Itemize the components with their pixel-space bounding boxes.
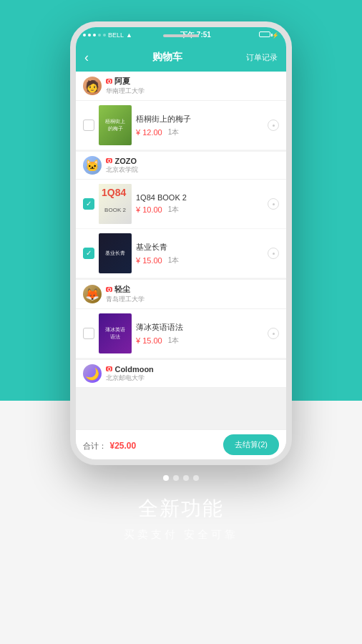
item-details-1: 梧桐街上的梅子 ¥ 12.00 1本	[136, 114, 263, 137]
seller-header-1: 🧑 Q 阿夏 华南理工大学	[76, 72, 286, 101]
seller-badge-4: Q	[106, 366, 112, 371]
item-qty-2: 1本	[168, 205, 180, 215]
item-title-2: 1Q84 BOOK 2	[136, 193, 263, 202]
avatar-face-1: 🧑	[85, 79, 99, 93]
cart-list: 🧑 Q 阿夏 华南理工大学	[76, 72, 286, 429]
wifi-icon: ▲	[126, 31, 132, 39]
cart-item-3: ✓ 基业长青 基业长青 ¥ 15.00 1本	[76, 229, 286, 278]
item-qty-1: 1本	[168, 127, 180, 137]
seller-group-4: 🌙 Q Coldmoon 北京邮电大学	[76, 360, 286, 388]
battery-icon	[259, 31, 270, 39]
item-action-2[interactable]	[268, 198, 279, 210]
item-action-dot-4	[273, 333, 275, 335]
avatar-face-3: 🦊	[85, 288, 99, 301]
seller-avatar-1: 🧑	[83, 77, 102, 95]
item-price-3: ¥ 15.00	[136, 256, 162, 265]
check-mark-3: ✓	[86, 250, 92, 257]
dot-4[interactable]	[193, 475, 199, 481]
checkbox-1[interactable]	[83, 119, 94, 131]
item-qty-4: 1本	[168, 336, 180, 346]
seller-badge-2: Q	[106, 158, 112, 163]
book-image-2: 1Q84 BOOK 2	[99, 184, 132, 224]
main-slogan: 全新功能	[124, 495, 238, 522]
seller-info-4: Q Coldmoon 北京邮电大学	[106, 365, 279, 383]
item-title-4: 薄冰英语语法	[136, 322, 263, 333]
item-price-row-4: ¥ 15.00 1本	[136, 336, 263, 346]
book-cover-3: 基业长青	[99, 233, 132, 273]
status-left: BELL ▲	[83, 31, 132, 39]
item-details-2: 1Q84 BOOK 2 ¥ 10.00 1本	[136, 193, 263, 215]
phone-frame: BELL ▲ 下午 7:51 ⚡ ‹ 购物车 订单记录	[70, 21, 292, 465]
bottom-text-area: 全新功能 买卖支付 安全可靠	[124, 495, 238, 542]
seller-name-2: Q ZOZO	[106, 157, 279, 165]
signal-dot-4	[98, 34, 101, 36]
item-action-3[interactable]	[268, 248, 279, 259]
seller-info-2: Q ZOZO 北京农学院	[106, 157, 279, 175]
status-right: ⚡	[259, 31, 279, 39]
cart-item-2: ✓ 1Q84 BOOK 2 1Q84 BOOK 2 ¥ 10.00	[76, 180, 286, 229]
item-price-4: ¥ 15.00	[136, 336, 162, 345]
dot-2[interactable]	[173, 475, 179, 481]
book-image-3: 基业长青	[99, 233, 132, 273]
seller-group-1: 🧑 Q 阿夏 华南理工大学	[76, 72, 286, 150]
total-label: 合计：	[83, 441, 107, 450]
order-history-button[interactable]: 订单记录	[246, 52, 278, 63]
item-qty-3: 1本	[168, 255, 180, 265]
dot-3[interactable]	[183, 475, 189, 481]
signal-dot-2	[88, 34, 91, 36]
item-action-4[interactable]	[268, 328, 279, 339]
item-action-dot-1	[273, 125, 275, 127]
pagination-dots	[163, 475, 199, 481]
seller-name-1: Q 阿夏	[106, 76, 279, 87]
item-details-3: 基业长青 ¥ 15.00 1本	[136, 242, 263, 265]
seller-school-1: 华南理工大学	[106, 87, 279, 96]
checkout-button[interactable]: 去结算(2)	[223, 434, 279, 455]
phone-mockup: BELL ▲ 下午 7:51 ⚡ ‹ 购物车 订单记录	[70, 21, 292, 465]
phone-speaker	[163, 34, 199, 37]
item-action-dot-3	[273, 253, 275, 255]
book-image-1: 梧桐街上的梅子	[99, 105, 132, 145]
dot-1[interactable]	[163, 475, 169, 481]
seller-badge-1: Q	[106, 79, 112, 84]
book-cover-2: 1Q84 BOOK 2	[99, 184, 132, 224]
nav-title: 购物车	[152, 51, 182, 64]
seller-info-3: Q 轻尘 青岛理工大学	[106, 284, 279, 304]
seller-avatar-2: 🐱	[83, 156, 102, 175]
total-section: 合计： ¥25.00	[83, 439, 136, 452]
battery-bar	[259, 31, 270, 37]
seller-info-1: Q 阿夏 华南理工大学	[106, 76, 279, 96]
seller-avatar-3: 🦊	[83, 285, 102, 303]
item-price-row-1: ¥ 12.00 1本	[136, 127, 263, 137]
book-image-4: 薄冰英语语法	[99, 313, 132, 353]
carrier-label: BELL	[108, 31, 124, 39]
checkbox-3[interactable]: ✓	[83, 248, 94, 259]
seller-group-2: 🐱 Q ZOZO 北京农学院 ✓	[76, 152, 286, 278]
book-cover-4: 薄冰英语语法	[99, 313, 132, 353]
item-price-1: ¥ 12.00	[136, 128, 162, 137]
seller-avatar-4: 🌙	[83, 364, 102, 383]
checkbox-4[interactable]	[83, 328, 94, 339]
avatar-face-4: 🌙	[85, 367, 99, 381]
checkbox-2[interactable]: ✓	[83, 198, 94, 210]
seller-school-2: 北京农学院	[106, 165, 279, 175]
item-title-1: 梧桐街上的梅子	[136, 114, 263, 125]
phone-screen: BELL ▲ 下午 7:51 ⚡ ‹ 购物车 订单记录	[76, 27, 286, 459]
seller-school-3: 青岛理工大学	[106, 295, 279, 304]
back-button[interactable]: ‹	[84, 50, 89, 65]
item-price-row-3: ¥ 15.00 1本	[136, 255, 263, 265]
cart-footer: 合计： ¥25.00 去结算(2)	[76, 429, 286, 459]
book-cover-1: 梧桐街上的梅子	[99, 105, 132, 145]
nav-bar: ‹ 购物车 订单记录	[76, 43, 286, 72]
item-details-4: 薄冰英语语法 ¥ 15.00 1本	[136, 322, 263, 346]
seller-header-4: 🌙 Q Coldmoon 北京邮电大学	[76, 360, 286, 388]
cart-item-1: 梧桐街上的梅子 梧桐街上的梅子 ¥ 12.00 1本	[76, 101, 286, 150]
cart-item-4: 薄冰英语语法 薄冰英语语法 ¥ 15.00 1本	[76, 309, 286, 358]
item-price-row-2: ¥ 10.00 1本	[136, 205, 263, 215]
seller-badge-3: Q	[106, 287, 112, 292]
seller-header-3: 🦊 Q 轻尘 青岛理工大学	[76, 280, 286, 309]
charge-icon: ⚡	[272, 32, 279, 39]
item-action-1[interactable]	[268, 119, 279, 131]
item-action-dot-2	[273, 203, 275, 205]
total-amount: ¥25.00	[109, 441, 136, 451]
seller-name-4: Q Coldmoon	[106, 365, 279, 374]
